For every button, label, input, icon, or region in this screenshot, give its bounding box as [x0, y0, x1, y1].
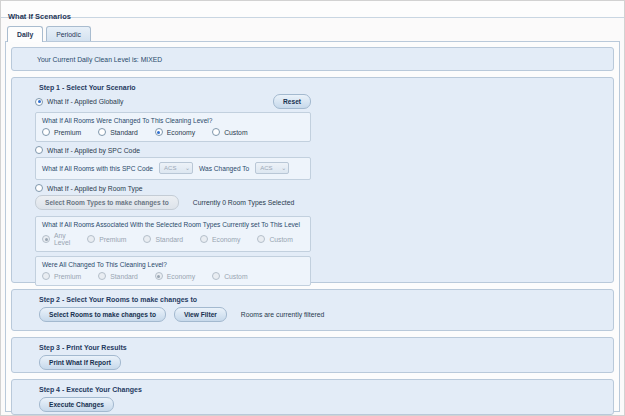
radio-current-standard[interactable]: Standard: [143, 235, 183, 243]
step3-title: Step 3 - Print Your Results: [12, 338, 613, 351]
room-types-selected-count: Currently 0 Room Types Selected: [193, 199, 295, 206]
radio-icon: [42, 235, 50, 243]
spc-from-label: What If All Rooms with this SPC Code: [42, 165, 153, 172]
radio-current-premium[interactable]: Premium: [87, 235, 126, 243]
radio-current-economy[interactable]: Economy: [200, 235, 240, 243]
radio-changed-premium[interactable]: Premium: [42, 272, 81, 280]
reset-button[interactable]: Reset: [273, 94, 311, 109]
radio-icon: [42, 272, 50, 280]
view-filter-button[interactable]: View Filter: [174, 307, 227, 322]
step2-panel: Step 2 - Select Your Rooms to make chang…: [11, 289, 614, 331]
print-what-if-report-button[interactable]: Print What If Report: [39, 355, 121, 370]
step1-title: Step 1 - Select Your Scenario: [12, 78, 613, 91]
radio-current-custom[interactable]: Custom: [257, 235, 292, 243]
step4-title: Step 4 - Execute Your Changes: [12, 380, 613, 393]
radio-global-premium[interactable]: Premium: [42, 128, 81, 136]
changed-level-question: Were All Changed To This Cleaning Level?: [42, 261, 304, 268]
step4-panel: Step 4 - Execute Your Changes Execute Ch…: [11, 379, 614, 415]
spc-code-to-select[interactable]: ACS ⌄: [255, 162, 289, 174]
radio-applied-by-spc-code[interactable]: What If - Applied by SPC Code: [35, 146, 140, 154]
tab-daily[interactable]: Daily: [7, 26, 43, 42]
radio-icon: [87, 235, 95, 243]
radio-icon: [212, 272, 220, 280]
radio-global-standard[interactable]: Standard: [98, 128, 138, 136]
radio-icon: [200, 235, 208, 243]
global-box-question: What If All Rooms Were Changed To This C…: [42, 117, 304, 124]
page-title: What If Scenarios: [8, 12, 71, 21]
radio-icon: [35, 146, 43, 154]
radio-icon: [42, 128, 50, 136]
radio-changed-custom[interactable]: Custom: [212, 272, 247, 280]
radio-applied-by-room-type[interactable]: What If - Applied by Room Type: [35, 184, 142, 192]
current-clean-level-banner: Your Current Daily Clean Level is: MIXED: [11, 47, 614, 71]
spc-code-box: What If All Rooms with this SPC Code ACS…: [35, 157, 311, 180]
current-level-question: What If All Rooms Associated With the Se…: [42, 221, 304, 228]
select-rooms-button[interactable]: Select Rooms to make changes to: [39, 307, 166, 322]
tab-panel-daily: Your Current Daily Clean Level is: MIXED…: [5, 41, 620, 412]
radio-applied-globally[interactable]: What If - Applied Globally: [35, 98, 123, 106]
spc-code-from-select[interactable]: ACS ⌄: [159, 162, 193, 174]
filter-status-text: Rooms are currently filtered: [241, 311, 324, 318]
chevron-down-icon: ⌄: [281, 166, 286, 170]
global-cleaning-level-box: What If All Rooms Were Changed To This C…: [35, 112, 311, 142]
what-if-scenarios-window: What If Scenarios Daily Periodic Your Cu…: [0, 0, 625, 416]
spc-to-label: Was Changed To: [199, 165, 249, 172]
chevron-down-icon: ⌄: [185, 166, 190, 170]
radio-icon: [212, 128, 220, 136]
titlebar: What If Scenarios: [1, 1, 624, 18]
radio-icon: [155, 272, 163, 280]
radio-icon: [98, 272, 106, 280]
step2-title: Step 2 - Select Your Rooms to make chang…: [12, 290, 613, 303]
step3-panel: Step 3 - Print Your Results Print What I…: [11, 337, 614, 373]
execute-changes-button[interactable]: Execute Changes: [39, 397, 114, 412]
step1-panel: Step 1 - Select Your Scenario What If - …: [11, 77, 614, 283]
radio-icon: [155, 128, 163, 136]
radio-icon: [35, 98, 43, 106]
room-type-changed-level-box: Were All Changed To This Cleaning Level?…: [35, 256, 311, 286]
radio-global-economy[interactable]: Economy: [155, 128, 195, 136]
tab-periodic[interactable]: Periodic: [46, 26, 91, 41]
room-type-current-level-box: What If All Rooms Associated With the Se…: [35, 216, 311, 252]
radio-icon: [143, 235, 151, 243]
radio-current-any-level[interactable]: Any Level: [42, 232, 70, 246]
radio-global-custom[interactable]: Custom: [212, 128, 247, 136]
select-room-types-button[interactable]: Select Room Types to make changes to: [35, 195, 179, 210]
radio-icon: [257, 235, 265, 243]
tab-bar: Daily Periodic: [1, 18, 624, 41]
radio-icon: [35, 184, 43, 192]
radio-changed-standard[interactable]: Standard: [98, 272, 138, 280]
radio-changed-economy[interactable]: Economy: [155, 272, 195, 280]
banner-text: Your Current Daily Clean Level is: MIXED: [37, 56, 162, 63]
radio-icon: [98, 128, 106, 136]
